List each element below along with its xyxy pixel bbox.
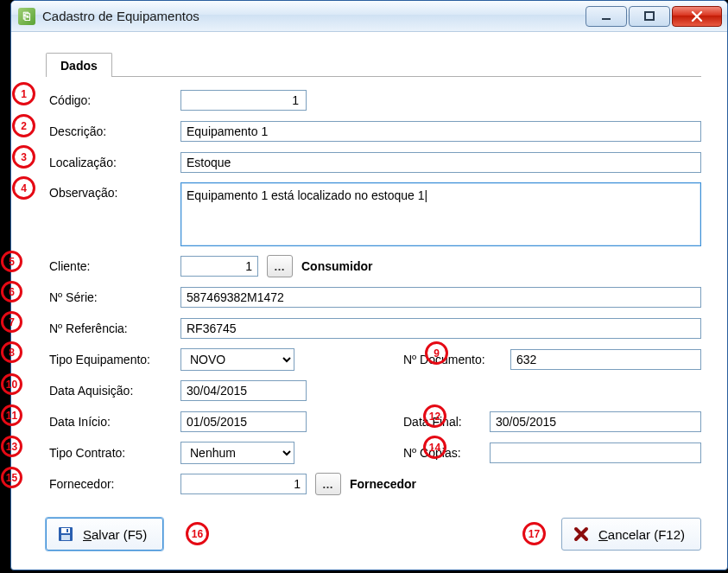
n-documento-input[interactable]	[510, 349, 701, 370]
client-area: Dados Código: Descrição: Localização:	[16, 35, 722, 564]
label-tipo-equipamento: Tipo Equipamento:	[49, 353, 180, 366]
titlebar: ⎘ Cadastro de Equipamentos	[11, 1, 727, 32]
label-n-serie: Nº Série:	[49, 290, 180, 304]
ellipsis-icon: …	[322, 478, 334, 491]
label-localizacao: Localização:	[49, 156, 180, 169]
maximize-button[interactable]	[629, 6, 670, 27]
svg-rect-3	[61, 528, 70, 533]
localizacao-input[interactable]	[180, 152, 701, 173]
cliente-id-input[interactable]	[180, 256, 258, 277]
label-observacao: Observação:	[49, 182, 180, 200]
app-icon: ⎘	[18, 8, 35, 25]
label-tipo-contrato: Tipo Contrato:	[49, 446, 180, 460]
svg-rect-5	[61, 535, 70, 540]
label-data-final: Data Final:	[403, 415, 490, 429]
n-referencia-input[interactable]	[180, 318, 701, 339]
cliente-lookup-button[interactable]: …	[267, 255, 293, 277]
codigo-input[interactable]	[180, 90, 307, 111]
data-aquisicao-input[interactable]	[180, 380, 307, 401]
fornecedor-id-input[interactable]	[180, 474, 307, 494]
tab-border	[46, 76, 701, 77]
tipo-contrato-select[interactable]: Nenhum	[180, 442, 294, 464]
save-button[interactable]: Salvar (F5)	[46, 518, 163, 551]
fornecedor-lookup-button[interactable]: …	[315, 473, 341, 495]
ellipsis-icon: …	[274, 260, 286, 273]
close-button[interactable]	[672, 6, 722, 27]
n-serie-input[interactable]	[180, 287, 701, 308]
label-descricao: Descrição:	[49, 124, 180, 138]
label-n-documento: Nº Documento:	[403, 353, 510, 366]
label-fornecedor: Fornecedor:	[49, 477, 180, 491]
save-icon	[57, 525, 74, 543]
window-controls	[586, 6, 722, 27]
label-data-aquisicao: Data Aquisição:	[49, 384, 180, 398]
descricao-input[interactable]	[180, 121, 701, 142]
label-n-copias: Nº Cópias:	[403, 446, 490, 460]
svg-rect-0	[602, 18, 611, 20]
button-bar: Salvar (F5) Cancelar (F12)	[46, 518, 701, 551]
save-button-label: Salvar (F5)	[83, 527, 147, 542]
cancel-button[interactable]: Cancelar (F12)	[561, 518, 701, 551]
label-n-referencia: Nº Referência:	[49, 322, 180, 335]
data-final-input[interactable]	[490, 411, 701, 432]
cliente-nome-text: Consumidor	[301, 259, 372, 273]
tipo-equipamento-select[interactable]: NOVO	[180, 348, 294, 371]
cancel-button-label: Cancelar (F12)	[598, 527, 685, 542]
tabstrip: Dados	[46, 51, 112, 77]
svg-rect-4	[66, 529, 68, 532]
minimize-button[interactable]	[586, 6, 627, 27]
svg-rect-1	[645, 12, 654, 20]
label-cliente: Cliente:	[49, 259, 180, 273]
label-codigo: Código:	[49, 93, 180, 107]
observacao-textarea[interactable]: Equipamento 1 está localizado no estoque…	[180, 182, 701, 246]
label-data-inicio: Data Início:	[49, 415, 180, 429]
form: Código: Descrição: Localização: Observaç…	[49, 89, 701, 504]
tab-dados[interactable]: Dados	[46, 53, 112, 77]
fornecedor-nome-text: Fornecedor	[350, 477, 416, 491]
app-window: ⎘ Cadastro de Equipamentos Dados Código:	[10, 0, 728, 570]
cancel-icon	[573, 525, 590, 543]
data-inicio-input[interactable]	[180, 411, 307, 432]
window-title: Cadastro de Equipamentos	[42, 9, 586, 23]
n-copias-input[interactable]	[490, 442, 701, 463]
